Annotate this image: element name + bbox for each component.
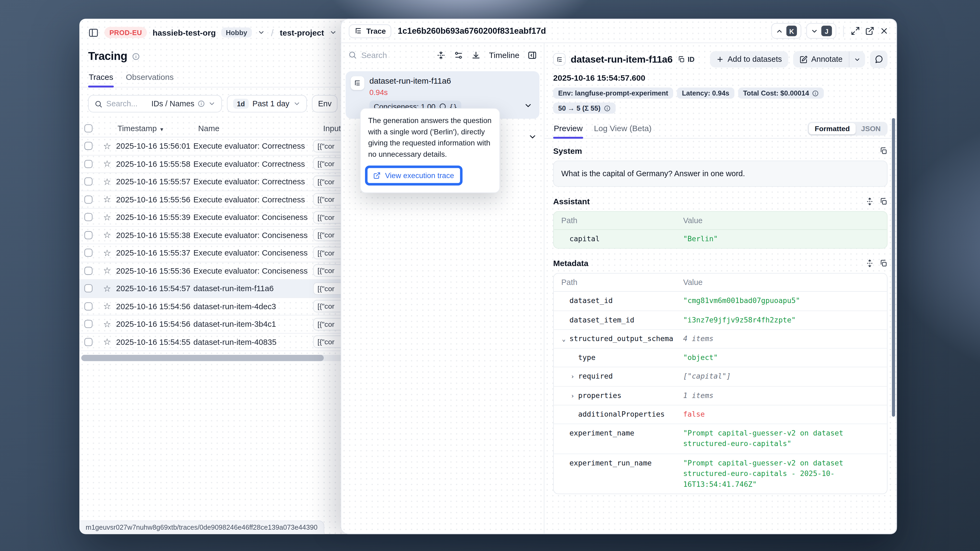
info-icon[interactable] — [132, 52, 140, 60]
vertical-scrollbar-thumb[interactable] — [892, 118, 895, 417]
expander-icon[interactable]: › — [571, 372, 578, 381]
horizontal-scrollbar[interactable] — [81, 355, 353, 361]
tab-log-view[interactable]: Log View (Beta) — [593, 120, 652, 138]
row-timestamp: 2025-10-16 15:56:01 — [116, 141, 193, 151]
project-chevron-down-icon[interactable] — [329, 29, 337, 36]
row-timestamp: 2025-10-16 15:55:39 — [116, 213, 193, 222]
time-range-button[interactable]: 1d Past 1 day — [227, 95, 307, 113]
star-icon[interactable]: ☆ — [103, 177, 111, 186]
column-header-timestamp[interactable]: Timestamp▼ — [118, 124, 198, 133]
download-icon[interactable] — [471, 50, 481, 60]
expand-icon[interactable] — [851, 26, 860, 36]
table-row[interactable]: ☆ 2025-10-16 15:54:56 dataset-run-item-4… — [80, 298, 355, 316]
row-timestamp: 2025-10-16 15:55:58 — [116, 159, 193, 168]
select-all-checkbox[interactable] — [84, 124, 92, 132]
unfold-rows-icon[interactable] — [866, 259, 874, 267]
env-filter-button[interactable]: Env — [312, 95, 338, 113]
info-icon[interactable] — [812, 90, 819, 96]
org-name[interactable]: hassieb-test-org — [153, 28, 216, 37]
table-row[interactable]: ☆ 2025-10-16 15:55:58 Execute evaluator:… — [80, 155, 355, 173]
star-icon[interactable]: ☆ — [103, 142, 111, 150]
annotate-button[interactable]: Annotate — [793, 51, 849, 67]
table-row[interactable]: ☆ 2025-10-16 15:56:01 Execute evaluator:… — [80, 137, 355, 155]
table-row[interactable]: ☆ 2025-10-16 15:55:37 Execute evaluator:… — [80, 244, 355, 262]
copy-icon[interactable] — [879, 197, 888, 206]
row-checkbox[interactable] — [84, 160, 92, 168]
table-row[interactable]: ☆ 2025-10-16 15:54:55 dataset-run-item-4… — [80, 333, 355, 351]
close-icon[interactable] — [879, 26, 889, 36]
tab-preview[interactable]: Preview — [553, 120, 584, 138]
column-header-name[interactable]: Name — [198, 124, 323, 133]
node-chevron-down-icon[interactable] — [524, 101, 532, 110]
star-icon[interactable]: ☆ — [103, 159, 111, 168]
collapse-all-icon[interactable] — [436, 50, 446, 60]
table-row[interactable]: ☆ 2025-10-16 15:55:57 Execute evaluator:… — [80, 173, 355, 191]
info-icon[interactable] — [604, 105, 611, 111]
table-row[interactable]: ☆ 2025-10-16 15:55:39 Execute evaluator:… — [80, 209, 355, 226]
star-icon[interactable]: ☆ — [103, 302, 111, 311]
star-icon[interactable]: ☆ — [103, 231, 111, 239]
format-json[interactable]: JSON — [856, 123, 886, 134]
comments-button[interactable] — [870, 51, 888, 68]
star-icon[interactable]: ☆ — [103, 284, 111, 293]
org-chevron-down-icon[interactable] — [257, 29, 265, 36]
row-name: Execute evaluator: Conciseness — [193, 213, 313, 222]
kv-value: "Prompt capital-guesser-v2 on dataset st… — [683, 428, 880, 449]
row-checkbox[interactable] — [84, 249, 92, 257]
table-row[interactable]: ☆ 2025-10-16 15:55:36 Execute evaluator:… — [80, 262, 355, 280]
kv-path: experiment_run_name — [561, 457, 683, 490]
star-icon[interactable]: ☆ — [103, 338, 111, 346]
table-row[interactable]: ☆ 2025-10-16 15:55:56 Execute evaluator:… — [80, 191, 355, 209]
table-row[interactable]: ☆ 2025-10-16 15:54:57 dataset-run-item-f… — [80, 280, 355, 298]
settings-sliders-icon[interactable] — [454, 50, 463, 60]
row-checkbox[interactable] — [84, 195, 92, 203]
copy-icon[interactable] — [879, 259, 888, 267]
row-checkbox[interactable] — [84, 284, 92, 292]
search-scope-select[interactable]: IDs / Names — [151, 99, 216, 108]
star-icon[interactable]: ☆ — [103, 266, 111, 275]
star-icon[interactable]: ☆ — [103, 195, 111, 204]
tree-search-input[interactable]: Search — [348, 50, 387, 60]
tab-traces[interactable]: Traces — [88, 69, 114, 87]
region-badge: PROD-EU — [105, 27, 147, 38]
table-row[interactable]: ☆ 2025-10-16 15:54:56 dataset-run-item-3… — [80, 316, 355, 333]
add-to-datasets-button[interactable]: Add to datasets — [710, 51, 788, 67]
expander-icon[interactable]: › — [571, 391, 578, 400]
detail-scroll-area[interactable]: System What is the capital of Germany? A… — [544, 139, 896, 534]
star-icon[interactable]: ☆ — [103, 213, 111, 222]
copy-icon[interactable] — [879, 147, 888, 155]
row-checkbox[interactable] — [84, 178, 92, 186]
row-checkbox[interactable] — [84, 320, 92, 328]
scope-info-icon[interactable] — [197, 100, 205, 107]
sidebar-toggle-icon[interactable] — [88, 27, 99, 38]
unfold-rows-icon[interactable] — [866, 197, 874, 206]
view-execution-trace-link[interactable]: View execution trace — [368, 168, 460, 183]
expander-icon[interactable]: ⌄ — [562, 334, 570, 343]
row-checkbox[interactable] — [84, 142, 92, 150]
open-external-icon[interactable] — [865, 26, 875, 36]
tab-observations[interactable]: Observations — [125, 69, 174, 87]
row-timestamp: 2025-10-16 15:55:38 — [116, 230, 193, 240]
table-row[interactable]: ☆ 2025-10-16 15:55:38 Execute evaluator:… — [80, 226, 355, 244]
timeline-toggle[interactable]: Timeline — [489, 50, 519, 60]
star-icon[interactable]: ☆ — [103, 320, 111, 329]
row-checkbox[interactable] — [84, 338, 92, 346]
annotate-dropdown-button[interactable] — [849, 51, 865, 67]
format-formatted[interactable]: Formatted — [809, 123, 856, 134]
next-trace-button[interactable]: J — [807, 23, 836, 39]
project-name[interactable]: test-project — [280, 28, 324, 37]
star-icon[interactable]: ☆ — [103, 249, 111, 257]
traces-table-header: Timestamp▼ Name Input — [80, 120, 355, 138]
row-checkbox[interactable] — [84, 231, 92, 239]
row-checkbox[interactable] — [84, 302, 92, 310]
row-checkbox[interactable] — [84, 267, 92, 275]
row-checkbox[interactable] — [84, 213, 92, 221]
search-input[interactable]: Search... IDs / Names — [88, 95, 222, 113]
horizontal-scrollbar-thumb[interactable] — [81, 355, 324, 361]
kv-path: type — [561, 353, 683, 363]
prev-trace-button[interactable]: K — [771, 23, 801, 39]
kv-row: dataset_item_id "i3nz7e9jfjv9z58r4fh2zpt… — [554, 310, 887, 329]
collapse-panel-icon[interactable] — [528, 50, 537, 60]
copy-id-button[interactable]: ID — [678, 56, 695, 63]
node-chevron-down-icon[interactable] — [528, 132, 537, 141]
